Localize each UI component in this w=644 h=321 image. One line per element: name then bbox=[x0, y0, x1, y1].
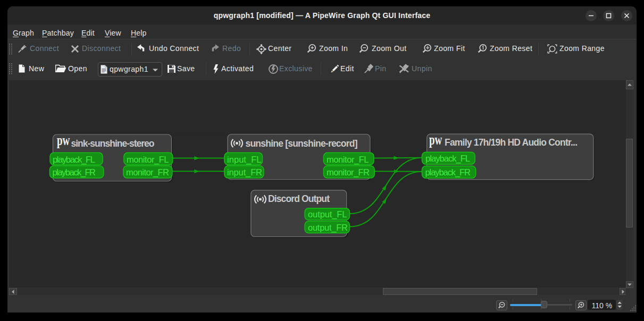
svg-text:Family 17h/19h HD Audio Contr.: Family 17h/19h HD Audio Contr... bbox=[445, 137, 578, 148]
svg-text:output_FL: output_FL bbox=[308, 209, 347, 219]
svg-text:playback_FR: playback_FR bbox=[52, 167, 96, 178]
svg-text:monitor_FL: monitor_FL bbox=[327, 155, 369, 165]
svg-text:input_FR: input_FR bbox=[227, 167, 262, 178]
svg-text:input_FL: input_FL bbox=[227, 155, 262, 165]
svg-text:pw: pw bbox=[429, 131, 442, 147]
svg-text:output_FR: output_FR bbox=[308, 223, 348, 233]
svg-text:pw: pw bbox=[57, 132, 70, 148]
svg-text:monitor_FL: monitor_FL bbox=[127, 155, 169, 165]
svg-text:sunshine [sunshine-record]: sunshine [sunshine-record] bbox=[245, 138, 357, 149]
svg-text:playback_FL: playback_FL bbox=[425, 154, 470, 164]
svg-text:playback_FL: playback_FL bbox=[53, 155, 95, 165]
svg-text:playback_FR: playback_FR bbox=[425, 167, 471, 178]
svg-text:monitor_FR: monitor_FR bbox=[126, 167, 169, 178]
svg-text:Discord Output: Discord Output bbox=[268, 193, 330, 204]
svg-text:monitor_FR: monitor_FR bbox=[327, 167, 370, 178]
svg-text:sink-sunshine-stereo: sink-sunshine-stereo bbox=[71, 138, 154, 149]
